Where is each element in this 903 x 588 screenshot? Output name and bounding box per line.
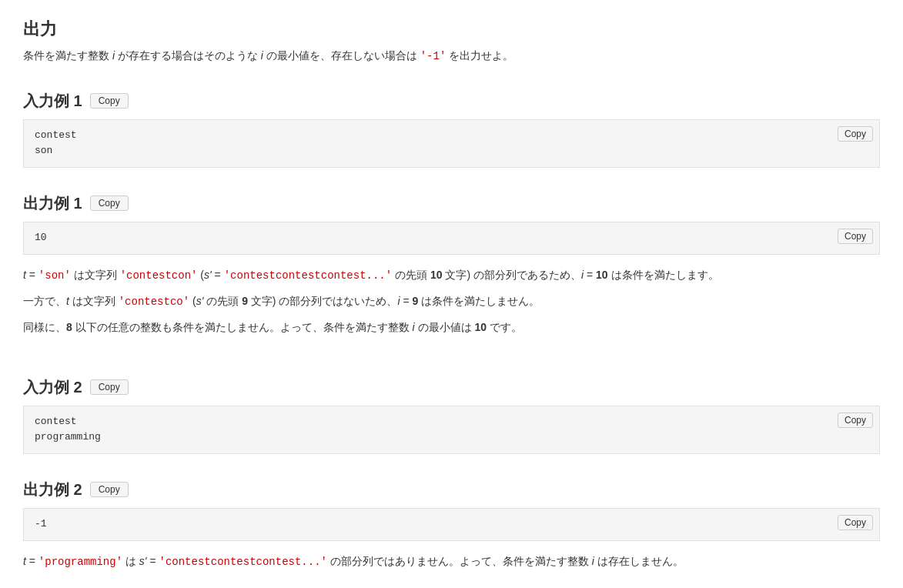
example2-input-line2: programming xyxy=(35,429,868,446)
example1-input-copy-button[interactable]: Copy xyxy=(90,93,129,109)
example2-output-inner-copy-button[interactable]: Copy xyxy=(838,515,873,530)
example1-explanation: t = 'son' は文字列 'contestcon' (s' = 'conte… xyxy=(23,266,880,352)
example1-output-copy-button[interactable]: Copy xyxy=(90,195,129,211)
example2-input-title: 入力例 2 xyxy=(23,375,82,399)
output-title: 出力 xyxy=(23,15,880,42)
example2-input-line1: contest xyxy=(35,414,868,430)
example1-input-line1: contest xyxy=(35,128,868,144)
output-description: 条件を満たす整数 i が存在する場合はそのような i の最小値を、存在しない場合… xyxy=(23,47,880,65)
example1-input-header: 入力例 1 Copy xyxy=(23,89,880,113)
example1-explanation-line1: t = 'son' は文字列 'contestcon' (s' = 'conte… xyxy=(23,266,880,286)
example1-output-title: 出力例 1 xyxy=(23,191,82,215)
example2-input-header: 入力例 2 Copy xyxy=(23,375,880,399)
example1-input-block: contest son Copy xyxy=(23,119,880,169)
example1-input-inner-copy-button[interactable]: Copy xyxy=(838,126,873,142)
example1-output-header: 出力例 1 Copy xyxy=(23,191,880,215)
example2-output-header: 出力例 2 Copy xyxy=(23,477,880,502)
example1-output-inner-copy-button[interactable]: Copy xyxy=(838,229,873,244)
example1-input-line2: son xyxy=(35,143,868,159)
example2-explanation-line1: t = 'programming' は s' = 'contestcontest… xyxy=(23,552,880,572)
output-section: 出力 条件を満たす整数 i が存在する場合はそのような i の最小値を、存在しな… xyxy=(23,15,880,65)
example2-input-copy-button[interactable]: Copy xyxy=(90,379,129,395)
example2-output-block: -1 Copy xyxy=(23,508,880,541)
example1-explanation-line2: 一方で、t は文字列 'contestco' (s' の先頭 9 文字) の部分… xyxy=(23,292,880,312)
example2-output-copy-button[interactable]: Copy xyxy=(90,482,129,497)
example2-input-block: contest programming Copy xyxy=(23,406,880,455)
example2-explanation: t = 'programming' は s' = 'contestcontest… xyxy=(23,552,880,586)
example2-input-inner-copy-button[interactable]: Copy xyxy=(838,413,873,428)
example2-output-line1: -1 xyxy=(35,516,868,533)
example1-input-title: 入力例 1 xyxy=(23,89,82,113)
example2-output-title: 出力例 2 xyxy=(23,477,82,502)
example1-output-block: 10 Copy xyxy=(23,222,880,255)
example1-explanation-line3: 同様に、8 以下の任意の整数も条件を満たしません。よって、条件を満たす整数 i … xyxy=(23,318,880,337)
example1-output-line1: 10 xyxy=(35,230,868,246)
